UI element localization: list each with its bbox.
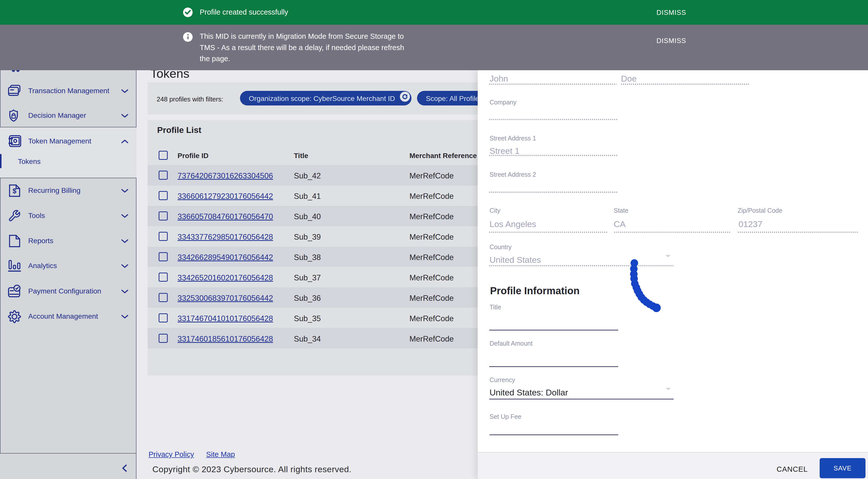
- svg-text:$: $: [12, 187, 17, 195]
